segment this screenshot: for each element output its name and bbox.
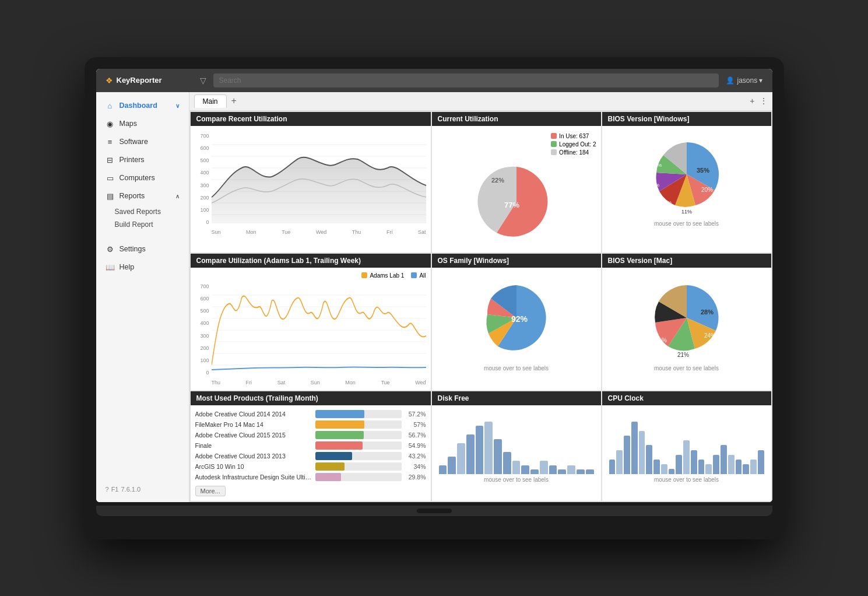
sidebar-label-software: Software xyxy=(120,138,148,146)
compare-week-yaxis: 7006005004003002001000 xyxy=(195,283,212,376)
bar-pct: 57% xyxy=(405,421,426,428)
svg-text:6.2%: 6.2% xyxy=(648,183,659,188)
tab-add-button[interactable]: + xyxy=(229,96,239,106)
cpu-bar xyxy=(661,464,667,474)
svg-text:20%: 20% xyxy=(701,187,712,193)
widget-disk-free: Disk Free mouse over to see labels xyxy=(432,391,601,501)
bar-track xyxy=(315,410,402,418)
cpu-bar xyxy=(631,422,638,474)
cpu-clock-mouse-label: mouse over to see labels xyxy=(607,474,767,485)
bar-fill xyxy=(315,431,364,439)
legend-adams: Adams Lab 1 xyxy=(361,272,404,279)
widget-current-util: Current Utilization In Use: 637 xyxy=(432,112,601,253)
bar-label: Autodesk Infrastructure Design Suite Ult… xyxy=(195,474,312,481)
bar-fill xyxy=(315,420,364,429)
sidebar-sub-saved-reports[interactable]: Saved Reports xyxy=(96,205,189,218)
widget-cpu-clock: CPU Clock mouse over to see labels xyxy=(602,391,771,501)
cpu-bar xyxy=(669,469,675,474)
bios-mac-mouse-label: mouse over to see labels xyxy=(652,363,721,374)
widget-most-used: Most Used Products (Trailing Month) Adob… xyxy=(191,391,431,501)
bios-mac-pie: 28% 24% 21% 21% xyxy=(628,272,745,363)
content: Main + + ⋮ Compare Recent Utilization xyxy=(189,92,772,502)
sidebar-item-settings[interactable]: ⚙ Settings xyxy=(96,240,189,258)
sidebar-label-settings: Settings xyxy=(120,245,146,253)
tab-main[interactable]: Main xyxy=(194,94,227,108)
sidebar-item-printers[interactable]: ⊟ Printers xyxy=(96,151,189,169)
os-family-pie: 92% xyxy=(458,272,575,363)
sidebar-label-reports: Reports xyxy=(120,192,145,200)
sidebar: ⌂ Dashboard ∨ ◉ Maps ≡ Software ⊟ Printe… xyxy=(96,92,189,502)
dashboard-arrow: ∨ xyxy=(175,103,180,109)
bar-row: FileMaker Pro 14 Mac 14 57% xyxy=(195,420,426,429)
bar-row: Autodesk Infrastructure Design Suite Ult… xyxy=(195,473,426,481)
widget-os-family-title: OS Family [Windows] xyxy=(432,254,601,268)
sidebar-item-reports[interactable]: ▤ Reports ∧ xyxy=(96,187,189,205)
tabs-bar: Main + + ⋮ xyxy=(189,92,772,111)
bar-label: FileMaker Pro 14 Mac 14 xyxy=(195,421,312,428)
bar-track xyxy=(315,431,402,439)
legend-all: All xyxy=(411,272,426,279)
sidebar-sub-build-report[interactable]: Build Report xyxy=(96,218,189,231)
os-family-mouse-label: mouse over to see labels xyxy=(482,363,551,374)
svg-text:5.1%: 5.1% xyxy=(651,163,661,168)
more-button[interactable]: More... xyxy=(195,486,226,496)
disk-free-histogram xyxy=(437,410,596,474)
sidebar-item-dashboard[interactable]: ⌂ Dashboard ∨ xyxy=(96,97,189,115)
bar-row: Finale 54.9% xyxy=(195,441,426,450)
cpu-clock-histogram xyxy=(607,410,767,474)
reports-icon: ▤ xyxy=(106,192,115,201)
version-f1: F1 xyxy=(111,486,119,493)
sidebar-label-help: Help xyxy=(120,263,135,271)
tab-menu-button[interactable]: ⋮ xyxy=(760,96,768,106)
widget-most-used-title: Most Used Products (Trailing Month) xyxy=(191,391,431,405)
bar-row: ArcGIS 10 Win 10 34% xyxy=(195,462,426,471)
svg-text:21%: 21% xyxy=(677,352,688,358)
bar-pct: 29.8% xyxy=(405,474,426,481)
computers-icon: ▭ xyxy=(106,174,115,183)
cpu-bar xyxy=(639,431,645,474)
bar-track xyxy=(315,452,402,460)
user-icon: 👤 xyxy=(726,76,735,85)
cpu-bar xyxy=(736,460,742,474)
widget-compare-week-content: Adams Lab 1 All 7006005004003002001000 xyxy=(191,268,431,390)
cpu-bar xyxy=(705,464,712,474)
legend-logged-out-dot xyxy=(551,141,557,147)
widget-current-util-title: Current Utilization xyxy=(432,112,601,126)
logo-icon: ❖ xyxy=(106,76,113,85)
svg-text:11%: 11% xyxy=(681,209,691,215)
cpu-bar xyxy=(758,450,764,474)
legend-logged-out: Logged Out: 2 xyxy=(551,141,596,148)
user-name[interactable]: jasons ▾ xyxy=(737,76,762,85)
disk-bar xyxy=(439,465,447,474)
bios-windows-mouse-label: mouse over to see labels xyxy=(652,218,721,229)
bar-label: Finale xyxy=(195,442,312,449)
dashboard-grid: Compare Recent Utilization 7006005004003… xyxy=(189,111,772,502)
legend-in-use-dot xyxy=(551,133,557,139)
cpu-bar xyxy=(728,455,735,474)
disk-free-mouse-label: mouse over to see labels xyxy=(437,474,596,485)
filter-icon[interactable]: ▽ xyxy=(200,76,206,85)
disk-bar xyxy=(512,461,521,474)
tab-add-action-button[interactable]: + xyxy=(750,96,754,106)
legend-offline: Offline: 184 xyxy=(551,149,596,156)
cpu-bar xyxy=(721,445,727,474)
home-icon: ⌂ xyxy=(106,101,115,110)
svg-text:24%: 24% xyxy=(704,332,715,339)
sidebar-item-software[interactable]: ≡ Software xyxy=(96,133,189,151)
widget-bios-windows-content: 35% 20% 11% 9.2% 6.2% 5.1% mouse over to… xyxy=(602,126,771,234)
disk-bar xyxy=(448,457,456,474)
disk-bar xyxy=(558,469,566,474)
cpu-bar xyxy=(750,460,757,474)
disk-bar xyxy=(530,469,539,474)
svg-text:28%: 28% xyxy=(700,308,713,315)
bar-row: Adobe Creative Cloud 2014 2014 57.2% xyxy=(195,410,426,418)
sidebar-item-computers[interactable]: ▭ Computers xyxy=(96,169,189,187)
search-input[interactable] xyxy=(213,73,719,87)
bar-fill xyxy=(315,473,341,481)
sidebar-item-maps[interactable]: ◉ Maps xyxy=(96,115,189,133)
svg-text:22%: 22% xyxy=(491,177,504,184)
tabs-right-actions: + ⋮ xyxy=(750,96,767,106)
bar-fill xyxy=(315,452,353,460)
sidebar-item-help[interactable]: 📖 Help xyxy=(96,258,189,276)
cpu-bar xyxy=(743,464,749,474)
